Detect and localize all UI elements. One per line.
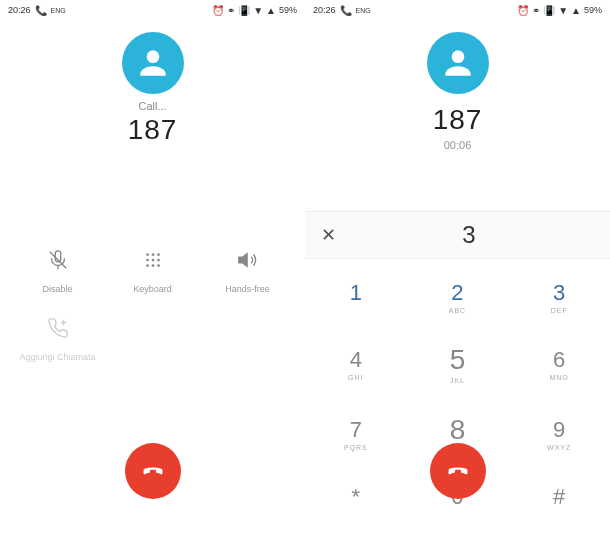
alarm-icon: ⏰	[212, 5, 224, 16]
caller-info: 187 00:06	[305, 20, 610, 151]
keypad-label: Keyboard	[133, 284, 172, 294]
status-time: 20:26	[8, 5, 31, 15]
key-2[interactable]: 2ABC	[407, 265, 509, 329]
status-lang: ENG	[356, 7, 371, 14]
key-3[interactable]: 3DEF	[508, 265, 610, 329]
svg-point-8	[157, 259, 160, 262]
hangup-icon	[444, 457, 472, 485]
mute-button[interactable]: Disable	[10, 236, 105, 304]
svg-point-6	[146, 259, 149, 262]
add-call-icon	[44, 314, 72, 342]
svg-marker-12	[238, 254, 246, 267]
signal-icon: ▲	[571, 5, 581, 16]
speaker-label: Hands-free	[225, 284, 270, 294]
avatar	[122, 32, 184, 94]
end-call-button[interactable]	[125, 443, 181, 499]
close-keypad-button[interactable]: ✕	[317, 220, 340, 250]
keypad-icon	[139, 246, 167, 274]
key-6[interactable]: 6MNO	[508, 329, 610, 399]
speaker-button[interactable]: Hands-free	[200, 236, 295, 304]
link-icon: ⚭	[227, 5, 235, 16]
person-icon	[439, 44, 477, 82]
keypad-button[interactable]: Keyboard	[105, 236, 200, 304]
vibrate-icon: 📳	[238, 5, 250, 16]
end-call-button[interactable]	[430, 443, 486, 499]
svg-point-9	[146, 264, 149, 267]
key-7[interactable]: 7PQRS	[305, 399, 407, 469]
key-hash[interactable]: #	[508, 469, 610, 533]
avatar	[427, 32, 489, 94]
call-status: Call...	[138, 100, 166, 112]
mute-icon	[44, 246, 72, 274]
add-call-button[interactable]: Aggiungi Chiamata	[10, 304, 105, 372]
phone-number: 187	[128, 114, 178, 146]
svg-point-0	[146, 50, 159, 63]
status-time: 20:26	[313, 5, 336, 15]
vibrate-icon: 📳	[543, 5, 555, 16]
svg-point-4	[151, 253, 154, 256]
alarm-icon: ⏰	[517, 5, 529, 16]
call-screen-keypad: 20:26 📞 ENG ⏰ ⚭ 📳 ▼ ▲ 59% 187 00:06 ✕ 3 …	[305, 0, 610, 539]
call-screen-controls: 20:26 📞 ENG ⏰ ⚭ 📳 ▼ ▲ 59% Call... 187 Di…	[0, 0, 305, 539]
wifi-icon: ▼	[558, 5, 568, 16]
key-4[interactable]: 4GHI	[305, 329, 407, 399]
mute-label: Disable	[42, 284, 72, 294]
signal-icon: ▲	[266, 5, 276, 16]
dtmf-display: ✕ 3	[305, 211, 610, 259]
svg-point-7	[151, 259, 154, 262]
status-bar: 20:26 📞 ENG ⏰ ⚭ 📳 ▼ ▲ 59%	[0, 0, 305, 20]
key-1[interactable]: 1	[305, 265, 407, 329]
key-9[interactable]: 9WXYZ	[508, 399, 610, 469]
svg-point-5	[157, 253, 160, 256]
phone-icon: 📞	[340, 5, 352, 16]
svg-point-11	[157, 264, 160, 267]
key-5[interactable]: 5JKL	[407, 329, 509, 399]
call-duration: 00:06	[444, 139, 472, 151]
svg-point-10	[151, 264, 154, 267]
add-call-label: Aggiungi Chiamata	[19, 352, 95, 362]
wifi-icon: ▼	[253, 5, 263, 16]
dtmf-entered: 3	[340, 221, 598, 249]
key-star[interactable]: *	[305, 469, 407, 533]
link-icon: ⚭	[532, 5, 540, 16]
hangup-icon	[139, 457, 167, 485]
status-bar: 20:26 📞 ENG ⏰ ⚭ 📳 ▼ ▲ 59%	[305, 0, 610, 20]
battery-pct: 59%	[279, 5, 297, 15]
battery-pct: 59%	[584, 5, 602, 15]
phone-number: 187	[433, 104, 483, 136]
call-controls: Disable Keyboard Hands-free Aggiungi Chi…	[0, 236, 305, 372]
speaker-icon	[234, 246, 262, 274]
caller-info: Call... 187	[0, 20, 305, 146]
person-icon	[134, 44, 172, 82]
svg-point-3	[146, 253, 149, 256]
status-lang: ENG	[51, 7, 66, 14]
svg-point-15	[451, 50, 464, 63]
phone-icon: 📞	[35, 5, 47, 16]
